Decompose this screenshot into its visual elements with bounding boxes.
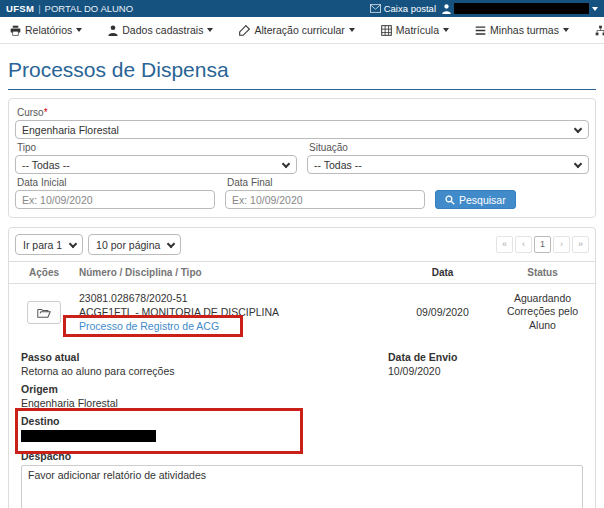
- user-icon: [108, 25, 118, 36]
- situacao-select-value: -- Todas --: [314, 159, 362, 171]
- per-page-value: 10 por página: [96, 239, 160, 251]
- nav-label: Minhas turmas: [490, 24, 559, 36]
- passo-atual-value: Retorna ao aluno para correções: [21, 365, 388, 377]
- process-discipline: ACGF1FTL - MONITORIA DE DISCIPLINA: [79, 305, 395, 319]
- column-acoes: Ações: [9, 267, 79, 278]
- data-inicial-label: Data Inicial: [17, 177, 213, 188]
- caret-down-icon: [349, 28, 355, 32]
- caret-down-icon: [76, 28, 82, 32]
- data-envio-value: 10/09/2020: [388, 365, 583, 377]
- main-nav: Relatórios Dados cadastrais Alteração cu…: [0, 17, 604, 44]
- tipo-select[interactable]: -- Todas --: [15, 155, 297, 174]
- pagination-page-1-button[interactable]: 1: [534, 236, 551, 253]
- pesquisar-button[interactable]: Pesquisar: [435, 190, 516, 209]
- curso-select[interactable]: Engenharia Florestal: [15, 120, 589, 139]
- caret-down-icon: [443, 28, 449, 32]
- caret-down-icon: [207, 28, 213, 32]
- process-status: Aguardando Correções pelo Aluno: [490, 292, 595, 333]
- brand: UFSM | PORTAL DO ALUNO: [6, 3, 133, 14]
- pagination-next-button[interactable]: ›: [553, 236, 570, 253]
- passo-atual-label: Passo atual: [21, 351, 388, 363]
- column-data: Data: [395, 267, 490, 278]
- page-title: Processos de Dispensa: [8, 58, 596, 82]
- process-type-link[interactable]: Processo de Registro de ACG: [79, 320, 219, 332]
- nav-alteracao-curricular[interactable]: Alteração curricular: [239, 24, 354, 36]
- curso-select-value: Engenharia Florestal: [22, 124, 119, 136]
- nav-label: Dados cadastrais: [122, 24, 203, 36]
- mailbox-link[interactable]: Caixa postal: [370, 3, 436, 14]
- sitemap-icon: [595, 25, 604, 36]
- user-icon: [442, 4, 451, 14]
- nav-label: Alteração curricular: [254, 24, 344, 36]
- brand-portal: PORTAL DO ALUNO: [45, 3, 134, 14]
- list-icon: [475, 25, 486, 36]
- destino-label: Destino: [21, 415, 583, 427]
- redacted-username: [454, 3, 589, 14]
- chevron-down-icon: [574, 160, 582, 168]
- brand-ufsm: UFSM: [6, 3, 34, 14]
- edit-icon: [239, 25, 250, 36]
- nav-relatorios[interactable]: Relatórios: [10, 24, 82, 36]
- process-detail: Passo atual Retorna ao aluno para correç…: [9, 341, 595, 508]
- pagination-last-button[interactable]: »: [572, 236, 589, 253]
- process-date: 09/09/2020: [395, 306, 490, 318]
- chevron-down-icon: [167, 240, 175, 248]
- pesquisar-button-label: Pesquisar: [459, 194, 506, 206]
- nav-matricula[interactable]: Matrícula: [381, 24, 449, 36]
- table-row: 23081.028678/2020-51 ACGF1FTL - MONITORI…: [9, 284, 595, 341]
- pagination-prev-button[interactable]: ‹: [515, 236, 532, 253]
- redacted-destino-value: [21, 430, 156, 442]
- column-status: Status: [490, 266, 595, 279]
- nav-minhas-turmas[interactable]: Minhas turmas: [475, 24, 569, 36]
- goto-page-select[interactable]: Ir para 1: [15, 234, 83, 255]
- nav-dados-cadastrais[interactable]: Dados cadastrais: [108, 24, 213, 36]
- chevron-down-icon: [282, 160, 290, 168]
- brand-separator: |: [38, 3, 40, 14]
- results-panel: Ir para 1 10 por página « ‹ 1 › » Ações …: [8, 227, 596, 508]
- data-final-input[interactable]: [225, 190, 425, 209]
- open-process-button[interactable]: [27, 301, 61, 324]
- situacao-label: Situação: [309, 142, 587, 153]
- table-header: Ações Número / Disciplina / Tipo Data St…: [9, 261, 595, 284]
- pagination: « ‹ 1 › »: [494, 236, 589, 253]
- nav-outros[interactable]: Outros: [595, 24, 604, 36]
- origem-label: Origem: [21, 383, 583, 395]
- pagination-first-button[interactable]: «: [496, 236, 513, 253]
- chevron-down-icon: [574, 125, 582, 133]
- process-number: 23081.028678/2020-51: [79, 291, 395, 305]
- curso-label: Curso*: [17, 107, 587, 118]
- data-final-label: Data Final: [227, 177, 423, 188]
- despacho-text: Favor adicionar relatório de atividades: [21, 465, 583, 508]
- tipo-select-value: -- Todas --: [22, 159, 70, 171]
- column-numero: Número / Disciplina / Tipo: [79, 267, 395, 278]
- search-icon: [445, 195, 455, 205]
- goto-page-value: Ir para 1: [23, 239, 62, 251]
- data-inicial-input[interactable]: [15, 190, 215, 209]
- data-envio-label: Data de Envio: [388, 351, 583, 363]
- chevron-down-icon: [69, 240, 77, 248]
- despacho-label: Despacho: [21, 450, 583, 462]
- title-divider: [8, 89, 596, 90]
- mailbox-label: Caixa postal: [384, 3, 436, 14]
- user-menu[interactable]: [442, 3, 598, 14]
- filter-panel: Curso* Engenharia Florestal Tipo -- Toda…: [8, 98, 596, 218]
- chevron-down-icon: [592, 7, 598, 11]
- printer-icon: [10, 25, 21, 36]
- caret-down-icon: [563, 28, 569, 32]
- envelope-icon: [370, 4, 381, 13]
- per-page-select[interactable]: 10 por página: [88, 234, 181, 255]
- required-mark: *: [44, 107, 48, 118]
- nav-label: Relatórios: [25, 24, 72, 36]
- top-bar: UFSM | PORTAL DO ALUNO Caixa postal: [0, 0, 604, 17]
- tipo-label: Tipo: [17, 142, 295, 153]
- origem-value: Engenharia Florestal: [21, 397, 583, 409]
- situacao-select[interactable]: -- Todas --: [307, 155, 589, 174]
- table-icon: [381, 25, 392, 36]
- nav-label: Matrícula: [396, 24, 439, 36]
